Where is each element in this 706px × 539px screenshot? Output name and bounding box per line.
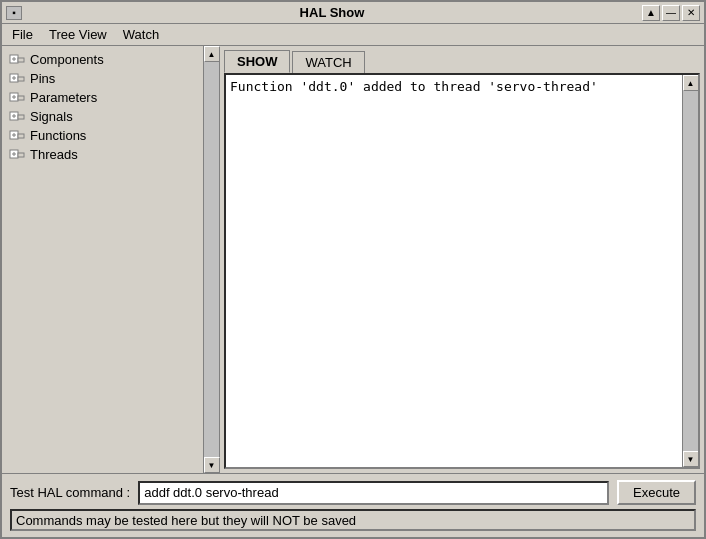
bottom-bar: Test HAL command : Execute Commands may … — [2, 473, 704, 537]
svg-rect-13 — [18, 115, 24, 119]
tree-label-signals: Signals — [30, 109, 73, 124]
content-scroll-up[interactable]: ▲ — [683, 75, 699, 91]
tree-expand-icon-functions — [8, 129, 26, 143]
tree-item-signals[interactable]: Signals — [4, 107, 217, 126]
main-window: ▪ HAL Show ▲ — ✕ File Tree View Watch — [0, 0, 706, 539]
menu-file[interactable]: File — [6, 25, 39, 44]
tree-label-pins: Pins — [30, 71, 55, 86]
content-scrollbar: ▲ ▼ — [682, 75, 698, 467]
content-scroll-track[interactable] — [683, 91, 698, 451]
window-title: HAL Show — [22, 5, 642, 20]
menu-tree-view[interactable]: Tree View — [43, 25, 113, 44]
title-bar: ▪ HAL Show ▲ — ✕ — [2, 2, 704, 24]
tree-expand-icon-pins — [8, 72, 26, 86]
svg-rect-21 — [18, 153, 24, 157]
maximize-button[interactable]: — — [662, 5, 680, 21]
tree-label-threads: Threads — [30, 147, 78, 162]
minimize-button[interactable]: ▲ — [642, 5, 660, 21]
tree-item-components[interactable]: Components — [4, 50, 217, 69]
svg-rect-17 — [18, 134, 24, 138]
tree-label-parameters: Parameters — [30, 90, 97, 105]
content-text[interactable]: Function 'ddt.0' added to thread 'servo-… — [226, 75, 682, 467]
command-input[interactable] — [138, 481, 609, 505]
status-text: Commands may be tested here but they wil… — [16, 513, 356, 528]
tree-expand-icon-components — [8, 53, 26, 67]
tree-expand-icon-parameters — [8, 91, 26, 105]
content-area: Function 'ddt.0' added to thread 'servo-… — [224, 73, 700, 469]
content-scroll-down[interactable]: ▼ — [683, 451, 699, 467]
tab-show[interactable]: SHOW — [224, 50, 290, 73]
scroll-down-button[interactable]: ▼ — [204, 457, 220, 473]
scroll-up-button[interactable]: ▲ — [204, 46, 220, 62]
tree-item-threads[interactable]: Threads — [4, 145, 217, 164]
status-bar: Commands may be tested here but they wil… — [10, 509, 696, 531]
svg-rect-9 — [18, 96, 24, 100]
window-icon-symbol: ▪ — [12, 7, 16, 18]
scroll-track[interactable] — [204, 62, 219, 457]
menu-bar: File Tree View Watch — [2, 24, 704, 46]
right-panel: SHOW WATCH Function 'ddt.0' added to thr… — [220, 46, 704, 473]
tree-area: Components Pins — [2, 46, 219, 473]
left-panel: Components Pins — [2, 46, 220, 473]
window-controls: ▲ — ✕ — [642, 5, 700, 21]
tree-label-components: Components — [30, 52, 104, 67]
svg-rect-1 — [18, 58, 24, 62]
tree-label-functions: Functions — [30, 128, 86, 143]
tree-expand-icon-threads — [8, 148, 26, 162]
menu-watch[interactable]: Watch — [117, 25, 165, 44]
svg-rect-5 — [18, 77, 24, 81]
tree-item-functions[interactable]: Functions — [4, 126, 217, 145]
execute-button[interactable]: Execute — [617, 480, 696, 505]
window-icon[interactable]: ▪ — [6, 6, 22, 20]
tree-expand-icon-signals — [8, 110, 26, 124]
main-content: Components Pins — [2, 46, 704, 473]
close-button[interactable]: ✕ — [682, 5, 700, 21]
command-label: Test HAL command : — [10, 485, 130, 500]
command-row: Test HAL command : Execute — [10, 480, 696, 505]
left-scrollbar: ▲ ▼ — [203, 46, 219, 473]
tab-bar: SHOW WATCH — [224, 50, 700, 73]
tab-watch[interactable]: WATCH — [292, 51, 364, 73]
tree-item-parameters[interactable]: Parameters — [4, 88, 217, 107]
tree-item-pins[interactable]: Pins — [4, 69, 217, 88]
